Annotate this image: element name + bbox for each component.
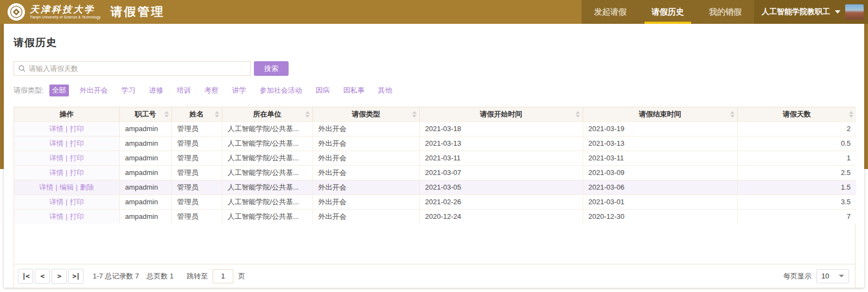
filter-chip[interactable]: 讲学 [229, 85, 249, 96]
cell-end-date: 2020-12-30 [583, 209, 737, 224]
cell-employee-id: ampadmin [119, 194, 171, 209]
university-name-block: 天津科技大学 Tianjin University of Science & T… [30, 5, 101, 19]
sort-icon [164, 111, 169, 118]
cell-unit: 人工智能学院/公共基... [222, 209, 312, 224]
filter-chip[interactable]: 因病 [313, 85, 333, 96]
pagination-bar: |< < > >| 1-7 总记录数 7 总页数 1 跳转至 页 每页显示 10 [14, 264, 855, 288]
jump-page-input[interactable] [213, 269, 233, 283]
cell-days: 2 [737, 121, 856, 136]
cell-start-date: 2020-12-24 [419, 209, 583, 224]
cell-employee-id: ampadmin [119, 136, 171, 151]
prev-page-button[interactable]: < [35, 269, 50, 284]
cell-leave-type: 外出开会 [312, 151, 419, 165]
action-link[interactable]: 打印 [69, 154, 84, 162]
action-separator: | [66, 139, 67, 147]
action-separator: | [66, 198, 67, 206]
cell-end-date: 2021-03-13 [583, 136, 737, 151]
cell-start-date: 2021-03-05 [419, 180, 583, 194]
filter-chips: 全部外出开会学习进修培训考察讲学参加社会活动因病因私事其他 [49, 85, 403, 96]
column-header[interactable]: 职工号 [119, 107, 171, 121]
cell-actions: 详情|打印 [14, 121, 119, 136]
action-link[interactable]: 详情 [49, 125, 63, 133]
column-header[interactable]: 姓名 [171, 107, 222, 121]
last-page-button[interactable]: >| [68, 269, 84, 284]
cell-actions: 详情|编辑|删除 [14, 180, 119, 194]
nav-tab-2[interactable]: 我的销假 [697, 0, 754, 24]
table-row: 详情|打印ampadmin管理员人工智能学院/公共基...外出开会2021-03… [14, 136, 856, 151]
app-title: 请假管理 [111, 4, 165, 20]
table-row: 详情|打印ampadmin管理员人工智能学院/公共基...外出开会2021-02… [14, 194, 856, 209]
action-link[interactable]: 打印 [69, 212, 84, 220]
action-link[interactable]: 详情 [49, 168, 63, 177]
action-link[interactable]: 详情 [49, 139, 63, 147]
cell-end-date: 2021-03-11 [583, 151, 737, 165]
filter-chip[interactable]: 考察 [202, 85, 221, 96]
per-page-control: 每页显示 10 [783, 269, 849, 283]
action-separator: | [66, 125, 67, 133]
filter-chip[interactable]: 进修 [146, 85, 166, 96]
cell-days: 2.5 [737, 165, 856, 180]
nav-tab-1[interactable]: 请假历史 [639, 0, 697, 24]
filter-chip[interactable]: 培训 [174, 85, 194, 96]
cell-unit: 人工智能学院/公共基... [222, 151, 312, 165]
sort-icon [576, 111, 580, 118]
cell-employee-id: ampadmin [119, 209, 171, 224]
table-body: 详情|打印ampadmin管理员人工智能学院/公共基...外出开会2021-03… [14, 121, 856, 224]
action-link[interactable]: 编辑 [60, 183, 74, 191]
next-page-button[interactable]: > [52, 269, 67, 284]
filter-chip[interactable]: 全部 [49, 85, 69, 96]
table-row: 详情|打印ampadmin管理员人工智能学院/公共基...外出开会2021-03… [14, 121, 856, 136]
cell-days: 0.5 [737, 136, 856, 151]
column-header[interactable]: 请假天数 [737, 107, 856, 121]
filter-chip[interactable]: 参加社会活动 [257, 85, 305, 96]
action-separator: | [55, 183, 57, 191]
record-range-text: 1-7 总记录数 7 [93, 271, 139, 281]
filter-chip[interactable]: 外出开会 [77, 85, 111, 96]
action-separator: | [66, 154, 67, 162]
user-avatar [845, 4, 864, 20]
column-header[interactable]: 请假开始时间 [419, 107, 583, 121]
cell-actions: 详情|打印 [14, 165, 119, 180]
column-header[interactable]: 请假结束时间 [583, 107, 737, 121]
action-link[interactable]: 打印 [69, 139, 84, 147]
action-link[interactable]: 详情 [39, 183, 53, 191]
action-link[interactable]: 详情 [49, 198, 63, 206]
action-link[interactable]: 打印 [69, 168, 84, 177]
sort-icon [730, 111, 735, 118]
nav-tab-0[interactable]: 发起请假 [582, 0, 639, 24]
cell-end-date: 2021-03-19 [583, 121, 737, 136]
user-name: 人工智能学院教职工 [762, 7, 830, 17]
column-header[interactable]: 请假类型 [312, 107, 419, 121]
action-link[interactable]: 打印 [69, 125, 84, 133]
cell-actions: 详情|打印 [14, 209, 119, 224]
university-logo-icon [8, 3, 25, 21]
filter-chip[interactable]: 学习 [119, 85, 138, 96]
cell-employee-id: ampadmin [119, 121, 171, 136]
search-input[interactable] [29, 64, 246, 73]
search-icon [18, 65, 25, 72]
content-card: 请假历史 搜索 请假类型: 全部外出开会学习进修培训考察讲学参加社会活动因病因私… [4, 24, 864, 288]
filter-chip[interactable]: 因私事 [341, 85, 367, 96]
sort-icon [215, 111, 219, 118]
cell-unit: 人工智能学院/公共基... [222, 121, 312, 136]
action-link[interactable]: 详情 [49, 212, 63, 220]
user-menu-button[interactable]: 人工智能学院教职工 [754, 0, 868, 24]
column-header[interactable]: 所在单位 [222, 107, 312, 121]
action-link[interactable]: 删除 [80, 183, 94, 191]
cell-days: 1 [737, 151, 856, 165]
page-jump: 跳转至 页 [187, 269, 245, 283]
search-button[interactable]: 搜索 [254, 61, 289, 76]
filter-chip[interactable]: 其他 [375, 85, 395, 96]
per-page-select[interactable]: 10 [816, 269, 849, 283]
table-row: 详情|打印ampadmin管理员人工智能学院/公共基...外出开会2021-03… [14, 165, 856, 180]
header-brand: 天津科技大学 Tianjin University of Science & T… [0, 0, 582, 24]
leave-history-grid: 操作职工号姓名所在单位请假类型请假开始时间请假结束时间请假天数 详情|打印amp… [14, 107, 856, 288]
first-page-button[interactable]: |< [18, 269, 33, 284]
cell-leave-type: 外出开会 [312, 180, 419, 194]
cell-end-date: 2021-03-09 [583, 165, 737, 180]
action-link[interactable]: 详情 [49, 154, 63, 162]
action-link[interactable]: 打印 [69, 198, 84, 206]
cell-employee-id: ampadmin [119, 180, 171, 194]
total-pages-text: 总页数 1 [146, 271, 174, 281]
cell-days: 7 [737, 209, 856, 224]
